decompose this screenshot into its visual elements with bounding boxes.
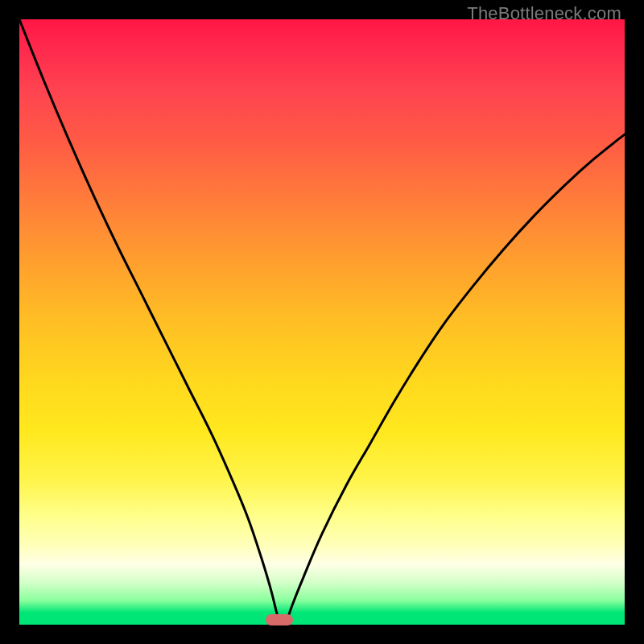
optimal-marker xyxy=(266,614,293,625)
curve-right-branch xyxy=(286,134,625,625)
curve-left-branch xyxy=(19,19,279,625)
bottleneck-curve xyxy=(19,19,625,625)
watermark-text: TheBottleneck.com xyxy=(467,3,621,24)
chart-plot-area xyxy=(19,19,625,625)
